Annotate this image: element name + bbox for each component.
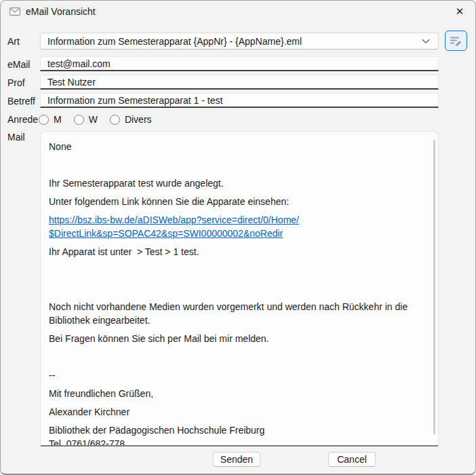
send-button[interactable]: Senden	[213, 452, 260, 467]
radio-circle-icon	[110, 115, 120, 125]
mail-paragraph: Unter folgendem Link können Sie die Appa…	[49, 195, 424, 208]
mail-paragraph: Mit freundlichen Grüßen,	[49, 387, 424, 400]
close-button[interactable]: ✕	[444, 1, 475, 22]
radio-label-w: W	[89, 114, 98, 125]
betreff-label: Betreff	[7, 96, 35, 107]
mail-envelope-icon	[9, 7, 20, 16]
radio-label-divers: Divers	[125, 114, 152, 125]
radio-label-m: M	[54, 114, 62, 125]
edit-template-icon	[450, 35, 462, 47]
mail-label: Mail	[7, 132, 25, 142]
email-label: eMail	[7, 59, 30, 70]
mail-paragraph: None	[49, 140, 424, 153]
mail-paragraph	[49, 282, 424, 295]
title-bar: eMail Voransicht ✕	[1, 1, 475, 22]
betreff-input[interactable]	[40, 93, 439, 108]
mail-paragraph: Ihr Apparat ist unter > Test > 1 test.	[49, 245, 424, 259]
mail-body-content: None Ihr Semesterapparat test wurde ange…	[41, 132, 438, 445]
window-title: eMail Voransicht	[26, 6, 96, 17]
mail-paragraph: https://bsz.ibs-bw.de/aDISWeb/app?servic…	[49, 213, 424, 240]
mail-paragraph: Ihr Semesterapparat test wurde angelegt.	[49, 176, 424, 190]
mail-paragraph: Bei Fragen können Sie sich per Mail bei …	[49, 332, 424, 345]
anrede-radio-group: M W Divers	[39, 113, 164, 126]
template-combobox[interactable]: Information zum Semesterapparat {AppNr} …	[40, 33, 439, 50]
radio-circle-icon	[39, 115, 49, 125]
mail-paragraph: Alexander Kirchner	[49, 405, 424, 419]
mail-paragraph	[49, 263, 424, 277]
radio-circle-icon	[74, 115, 84, 125]
art-label: Art	[7, 36, 20, 47]
prof-input[interactable]	[40, 75, 439, 90]
email-input[interactable]	[40, 56, 439, 71]
radio-option-w[interactable]: W	[74, 114, 98, 125]
mail-paragraph	[49, 158, 424, 172]
chevron-down-icon	[422, 39, 430, 44]
close-icon: ✕	[456, 5, 464, 17]
email-preview-dialog: eMail Voransicht ✕ Art Information zum S…	[0, 0, 476, 475]
mail-paragraph: Bibliothek der Pädagogischen Hochschule …	[49, 423, 424, 445]
anrede-label: Anrede	[7, 114, 38, 125]
semesterapparat-link[interactable]: $DirectLink&sp=SOPAC42&sp=SWI00000002&no…	[49, 227, 424, 240]
cancel-button[interactable]: Cancel	[328, 452, 376, 467]
prof-label: Prof	[7, 77, 25, 88]
template-combobox-value: Information zum Semesterapparat {AppNr} …	[41, 36, 422, 47]
mail-paragraph: Noch nicht vorhandene Medien wurden vorg…	[49, 300, 424, 327]
mail-paragraph	[49, 350, 424, 364]
mail-scrollbar[interactable]	[433, 140, 435, 434]
semesterapparat-link[interactable]: https://bsz.ibs-bw.de/aDISWeb/app?servic…	[49, 213, 424, 227]
mail-paragraph: --	[49, 368, 424, 382]
radio-option-m[interactable]: M	[39, 114, 62, 125]
radio-option-divers[interactable]: Divers	[110, 114, 152, 125]
mail-preview-box[interactable]: None Ihr Semesterapparat test wurde ange…	[40, 131, 439, 446]
edit-template-button[interactable]	[445, 31, 467, 51]
